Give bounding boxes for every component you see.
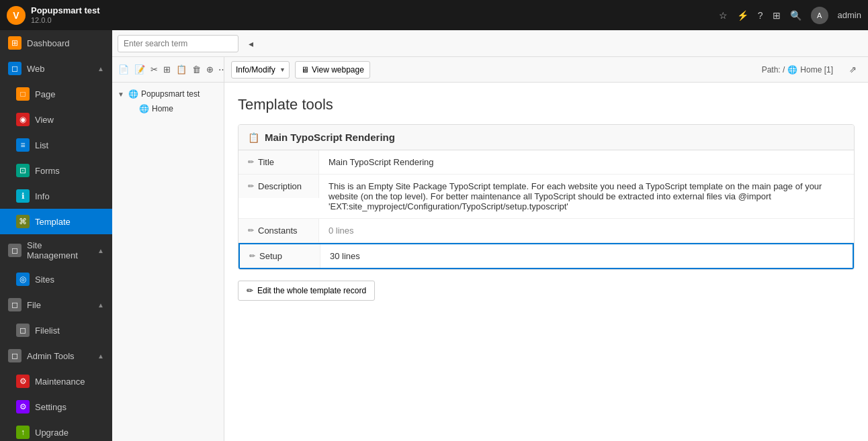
avatar: A [811, 7, 828, 24]
main-right: Info/Modify 🖥 View webpage Path: / 🌐 Hom… [224, 57, 868, 441]
copy-button[interactable]: ⊞ [163, 61, 171, 79]
toolbar-second: 📄 📝 ✂ ⊞ 📋 🗑 ⊕ ⋯ [112, 57, 224, 83]
sidebar-item-web[interactable]: ◻ Web ▲ [0, 56, 112, 81]
topbar-right: ☆ ⚡ ? ⊞ 🔍 A admin [719, 7, 861, 24]
sidebar-label-settings: Settings [35, 402, 67, 412]
tree-root-icon: 🌐 [128, 89, 138, 99]
sidebar-item-settings[interactable]: ⚙ Settings [0, 394, 112, 420]
sidebar-item-page[interactable]: □ Page [0, 81, 112, 107]
edit-template-icon: ✏ [247, 286, 253, 295]
label-text-description: Description [258, 181, 302, 191]
sidebar: ⊞ Dashboard ◻ Web ▲ □ Page ◉ View ≡ List… [0, 30, 112, 441]
sidebar-label-maintenance: Maintenance [35, 377, 85, 387]
record-row-constants: ✏ Constants 0 lines [238, 219, 854, 243]
record-row-description: ✏ Description This is an Empty Site Pack… [238, 175, 854, 219]
tree-item-home[interactable]: 🌐 Home [115, 101, 221, 116]
dashboard-icon: ⊞ [8, 36, 21, 50]
site-management-icon: ◻ [8, 244, 21, 257]
search-icon[interactable]: 🔍 [790, 10, 801, 21]
toolbar-top: ◂ [112, 30, 868, 57]
sidebar-item-maintenance[interactable]: ⚙ Maintenance [0, 369, 112, 394]
record-name: Main TypoScript Rendering [265, 132, 395, 143]
star-icon[interactable]: ☆ [719, 10, 728, 21]
flash-icon[interactable]: ⚡ [737, 10, 748, 21]
add-button[interactable]: ⊕ [206, 61, 214, 79]
sidebar-label-sites: Sites [35, 275, 54, 285]
edit-template-button[interactable]: ✏ Edit the whole template record [238, 281, 375, 301]
cut-button[interactable]: ✂ [150, 61, 159, 79]
sidebar-item-info[interactable]: ℹ Info [0, 183, 112, 209]
share-button[interactable]: ⇗ [844, 61, 861, 79]
view-webpage-label: View webpage [312, 65, 364, 75]
tree-home-label: Home [152, 104, 173, 113]
help-icon[interactable]: ? [758, 10, 763, 21]
delete-button[interactable]: 🗑 [191, 61, 202, 79]
template-icon: ⌘ [16, 215, 30, 228]
tree-toggle-root: ▼ [118, 91, 126, 98]
settings-icon: ⚙ [16, 400, 30, 413]
sidebar-item-file[interactable]: ◻ File ▲ [0, 292, 112, 317]
record-value-description: This is an Empty Site Package TypoScript… [319, 175, 854, 218]
sidebar-item-upgrade[interactable]: ↑ Upgrade [0, 420, 112, 441]
main-layout: ⊞ Dashboard ◻ Web ▲ □ Page ◉ View ≡ List… [0, 30, 868, 441]
edit-template-label: Edit the whole template record [257, 286, 366, 295]
sidebar-item-template[interactable]: ⌘ Template [0, 209, 112, 234]
view-webpage-button[interactable]: 🖥 View webpage [295, 61, 370, 79]
filelist-icon: ◻ [16, 324, 30, 337]
web-chevron-icon: ▲ [97, 65, 104, 72]
search-input[interactable] [118, 35, 238, 52]
paste-button[interactable]: 📋 [175, 61, 187, 79]
path-info: Path: / 🌐 Home [1] [762, 65, 833, 75]
grid-icon[interactable]: ⊞ [773, 10, 781, 21]
record-label-title: ✏ Title [238, 150, 319, 174]
sidebar-item-list[interactable]: ≡ List [0, 132, 112, 158]
sidebar-item-dashboard[interactable]: ⊞ Dashboard [0, 30, 112, 56]
sidebar-item-site-management[interactable]: ◻ Site Management ▲ [0, 234, 112, 266]
sidebar-item-forms[interactable]: ⊡ Forms [0, 158, 112, 183]
record-row-title: ✏ Title Main TypoScript Rendering [238, 150, 854, 175]
view-icon: ◉ [16, 113, 30, 126]
new-page-button[interactable]: 📄 [118, 61, 130, 79]
pencil-icon-description: ✏ [248, 182, 254, 191]
sidebar-item-sites[interactable]: ◎ Sites [0, 266, 112, 292]
record-icon: 📋 [248, 132, 259, 143]
sidebar-label-view: View [35, 115, 54, 125]
record-label-setup: ✏ Setup [240, 244, 320, 268]
sidebar-label-template: Template [35, 217, 71, 227]
template-content: Template tools 📋 Main TypoScript Renderi… [224, 83, 868, 441]
page-tree: ▼ 🌐 Popupsmart test 🌐 Home [112, 83, 224, 441]
view-webpage-icon: 🖥 [301, 65, 309, 75]
tree-item-root[interactable]: ▼ 🌐 Popupsmart test [115, 87, 221, 101]
record-row-setup: ✏ Setup 30 lines [238, 243, 854, 269]
sidebar-label-dashboard: Dashboard [27, 38, 70, 48]
content-area: ◂ 📄 📝 ✂ ⊞ 📋 🗑 ⊕ ⋯ [112, 30, 868, 441]
sidebar-item-admin-tools[interactable]: ◻ Admin Tools ▲ [0, 343, 112, 369]
page-title: Template tools [238, 96, 855, 113]
record-label-description: ✏ Description [238, 175, 319, 198]
label-text-setup: Setup [259, 251, 282, 261]
sidebar-item-filelist[interactable]: ◻ Filelist [0, 317, 112, 343]
more-options-button[interactable]: ⋯ [218, 62, 224, 77]
sidebar-item-view[interactable]: ◉ View [0, 107, 112, 132]
sidebar-label-page: Page [35, 89, 55, 99]
sidebar-label-admin-tools: Admin Tools [27, 351, 75, 361]
sidebar-label-forms: Forms [35, 166, 60, 176]
file-chevron-icon: ▲ [97, 301, 104, 309]
mode-select[interactable]: Info/Modify [231, 61, 290, 79]
new-doc-button[interactable]: 📝 [134, 61, 146, 79]
pencil-icon-title: ✏ [248, 158, 254, 166]
upgrade-icon: ↑ [16, 426, 30, 439]
file-icon: ◻ [8, 298, 21, 311]
admin-tools-icon: ◻ [8, 349, 21, 362]
app-name: Popupsmart test [31, 5, 100, 16]
sidebar-label-list: List [35, 140, 48, 150]
app-version: 12.0.0 [31, 16, 100, 25]
pencil-icon-constants: ✏ [248, 226, 254, 235]
topbar: V Popupsmart test 12.0.0 ☆ ⚡ ? ⊞ 🔍 A adm… [0, 0, 868, 30]
action-bar: Info/Modify 🖥 View webpage Path: / 🌐 Hom… [224, 57, 868, 83]
tree-root-label: Popupsmart test [141, 89, 200, 99]
avatar-letter: A [817, 11, 822, 19]
web-icon: ◻ [8, 62, 21, 75]
record-value-constants: 0 lines [319, 219, 854, 242]
collapse-tree-button[interactable]: ◂ [243, 36, 259, 52]
